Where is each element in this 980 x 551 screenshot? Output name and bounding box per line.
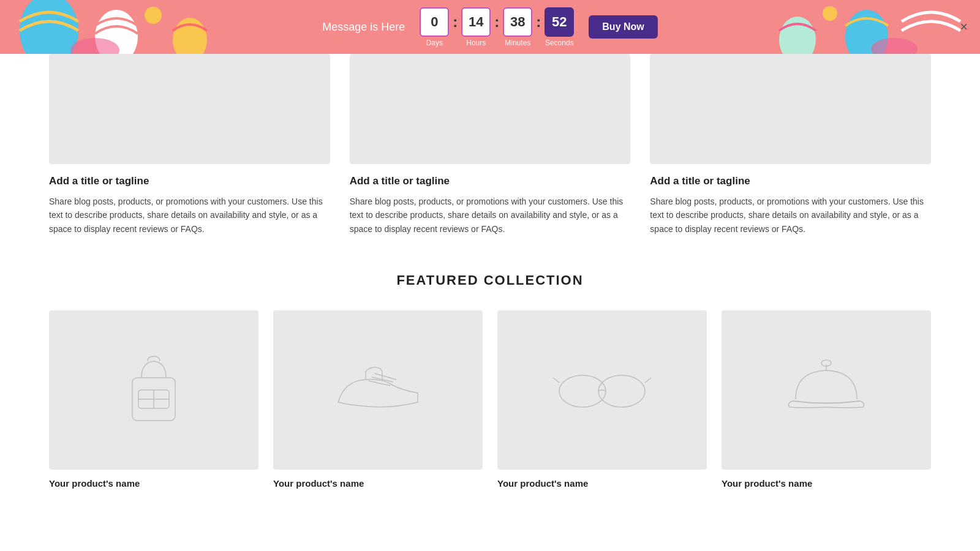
seconds-box: 52 xyxy=(545,7,574,37)
banner-left-decor xyxy=(0,0,208,54)
blog-image-2 xyxy=(350,54,631,164)
sep-2: : xyxy=(494,13,499,31)
buy-now-button[interactable]: Buy Now xyxy=(589,15,657,39)
backpack-icon xyxy=(117,350,190,430)
glasses-icon xyxy=(553,365,651,414)
seconds-unit: 52 Seconds xyxy=(545,7,574,47)
minutes-box: 38 xyxy=(503,7,532,37)
svg-line-14 xyxy=(369,381,390,386)
svg-line-19 xyxy=(553,378,559,383)
featured-section: FEATURED COLLECTION Your product's name xyxy=(49,260,931,513)
blog-text-2: Share blog posts, products, or promotion… xyxy=(350,195,631,236)
product-image-4 xyxy=(722,310,931,470)
product-card-2[interactable]: Your product's name xyxy=(273,310,483,489)
svg-point-4 xyxy=(70,38,119,54)
svg-point-6 xyxy=(845,10,888,54)
banner-right-decor xyxy=(772,0,980,54)
shoe-icon xyxy=(332,362,424,418)
blog-section: Add a title or tagline Share blog posts,… xyxy=(49,54,931,260)
blog-text-1: Share blog posts, products, or promotion… xyxy=(49,195,330,236)
hours-label: Hours xyxy=(466,39,486,47)
svg-point-9 xyxy=(871,38,918,54)
product-card-1[interactable]: Your product's name xyxy=(49,310,258,489)
svg-point-8 xyxy=(779,17,816,54)
days-unit: 0 Days xyxy=(420,7,449,47)
product-image-3 xyxy=(497,310,707,470)
products-grid: Your product's name Your product's name xyxy=(49,310,931,489)
days-box: 0 xyxy=(420,7,449,37)
sep-1: : xyxy=(453,13,458,31)
countdown-timer: 0 Days : 14 Hours : 38 Minutes : 52 Seco… xyxy=(420,7,574,47)
blog-image-3 xyxy=(650,54,931,164)
product-card-3[interactable]: Your product's name xyxy=(497,310,707,489)
svg-point-2 xyxy=(145,7,162,24)
svg-line-20 xyxy=(645,378,651,383)
blog-image-1 xyxy=(49,54,330,164)
product-image-1 xyxy=(49,310,258,470)
blog-card-3: Add a title or tagline Share blog posts,… xyxy=(650,54,931,236)
cap-icon xyxy=(783,353,869,427)
promo-banner: Message is Here 0 Days : 14 Hours : 38 M… xyxy=(0,0,980,54)
product-card-4[interactable]: Your product's name xyxy=(722,310,931,489)
blog-text-3: Share blog posts, products, or promotion… xyxy=(650,195,931,236)
blog-title-1: Add a title or tagline xyxy=(49,175,330,187)
minutes-label: Minutes xyxy=(505,39,530,47)
hours-unit: 14 Hours xyxy=(461,7,491,47)
hours-box: 14 xyxy=(461,7,491,37)
close-button[interactable]: × xyxy=(960,19,968,35)
featured-title: FEATURED COLLECTION xyxy=(49,272,931,288)
minutes-unit: 38 Minutes xyxy=(503,7,532,47)
svg-point-3 xyxy=(173,18,207,54)
seconds-label: Seconds xyxy=(545,39,574,47)
main-content: Add a title or tagline Share blog posts,… xyxy=(0,54,980,513)
svg-point-1 xyxy=(95,10,138,54)
svg-point-7 xyxy=(823,6,837,21)
days-label: Days xyxy=(426,39,443,47)
product-image-2 xyxy=(273,310,483,470)
product-name-1: Your product's name xyxy=(49,478,258,489)
product-name-2: Your product's name xyxy=(273,478,483,489)
blog-card-1: Add a title or tagline Share blog posts,… xyxy=(49,54,330,236)
product-name-3: Your product's name xyxy=(497,478,707,489)
banner-content: Message is Here 0 Days : 14 Hours : 38 M… xyxy=(322,7,658,47)
blog-card-2: Add a title or tagline Share blog posts,… xyxy=(350,54,631,236)
svg-point-0 xyxy=(20,0,78,54)
banner-message: Message is Here xyxy=(322,21,405,34)
blog-title-2: Add a title or tagline xyxy=(350,175,631,187)
product-name-4: Your product's name xyxy=(722,478,931,489)
svg-point-5 xyxy=(902,0,960,54)
sep-3: : xyxy=(536,13,541,31)
blog-title-3: Add a title or tagline xyxy=(650,175,931,187)
